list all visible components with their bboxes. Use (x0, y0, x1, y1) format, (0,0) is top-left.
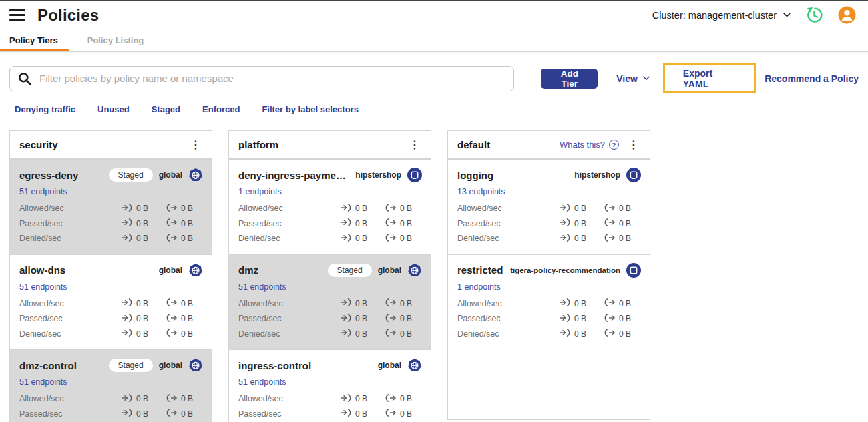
ingress-value: 0 B (355, 394, 367, 403)
add-tier-button[interactable]: Add Tier (541, 69, 598, 89)
metric-label: Allowed/sec (19, 299, 122, 308)
policy-scope-label: global (159, 170, 182, 180)
whats-this-link[interactable]: Whats this? ? (560, 140, 619, 150)
quick-filters: Denying traffic Unused Staged Enforced F… (15, 104, 868, 114)
filter-label-selectors[interactable]: Filter by label selectors (262, 104, 359, 114)
ingress-icon (560, 329, 571, 339)
ingress-icon (122, 234, 133, 244)
ingress-icon (341, 234, 352, 244)
ingress-icon (122, 314, 133, 324)
view-label: View (616, 73, 638, 84)
filter-staged[interactable]: Staged (152, 104, 180, 114)
tab-policy-listing[interactable]: Policy Listing (81, 29, 151, 51)
recommend-policy-button[interactable]: Recommend a Policy (765, 73, 859, 84)
export-yaml-button-highlighted[interactable]: Export YAML (663, 63, 756, 93)
egress-icon (385, 234, 397, 244)
ingress-value: 0 B (355, 219, 367, 228)
policy-card-restricted[interactable]: restricted tigera-policy-recommendation … (448, 254, 650, 350)
metric-label: Denied/sec (457, 329, 560, 339)
egress-icon (166, 314, 178, 324)
policy-name: allow-dns (19, 264, 65, 276)
tab-policy-listing-label: Policy Listing (87, 35, 144, 45)
policy-card-dmz[interactable]: dmz Staged global 51 endpoints Allowed/s… (229, 254, 431, 350)
ingress-value: 0 B (574, 299, 586, 308)
egress-icon (604, 329, 616, 339)
endpoints-link[interactable]: 13 endpoints (457, 187, 505, 196)
filter-denying-traffic[interactable]: Denying traffic (15, 104, 75, 114)
ingress-icon (122, 409, 133, 419)
global-scope-icon (407, 358, 422, 373)
staged-badge: Staged (328, 264, 372, 277)
egress-icon (385, 204, 397, 214)
egress-value: 0 B (400, 409, 412, 419)
metric-label: Passed/sec (238, 219, 341, 228)
policy-scope-label: global (378, 266, 401, 275)
view-dropdown-button[interactable]: View (616, 73, 650, 84)
egress-icon (604, 314, 616, 324)
endpoints-link[interactable]: 51 endpoints (238, 377, 286, 387)
egress-icon (166, 298, 178, 308)
endpoints-link[interactable]: 51 endpoints (19, 187, 67, 196)
policy-scope-label: tigera-policy-recommendation (510, 266, 620, 274)
tab-bar: Policy Tiers Policy Listing (0, 29, 868, 52)
hamburger-menu-icon[interactable] (9, 9, 25, 21)
ingress-icon (560, 218, 571, 228)
tier-name: platform (238, 139, 407, 150)
tab-policy-tiers-label: Policy Tiers (9, 35, 58, 45)
endpoints-link[interactable]: 1 endpoints (238, 187, 282, 196)
search-input[interactable] (9, 66, 514, 91)
user-avatar-icon[interactable] (838, 6, 856, 24)
metric-label: Allowed/sec (457, 299, 560, 308)
global-scope-icon (188, 168, 203, 182)
tier-name: default (457, 139, 560, 150)
search-icon (18, 72, 31, 88)
export-yaml-label: Export YAML (683, 68, 736, 89)
kebab-menu-icon[interactable]: ⋮ (626, 140, 642, 150)
policy-card-deny-ingress-paymentservice[interactable]: deny-ingress-paymentservi... hipstershop… (229, 159, 431, 254)
ingress-icon (341, 409, 352, 419)
policy-card-egress-deny[interactable]: egress-deny Staged global 51 endpoints A… (10, 159, 212, 254)
tier-security: security ⋮ egress-deny Staged global 51 … (9, 130, 212, 422)
egress-value: 0 B (181, 204, 193, 213)
chevron-down-icon (783, 13, 791, 17)
ingress-icon (341, 204, 352, 214)
kebab-menu-icon[interactable]: ⋮ (188, 140, 204, 150)
cluster-selector[interactable]: Cluster: management-cluster (652, 10, 791, 21)
egress-icon (166, 234, 178, 244)
egress-icon (166, 329, 178, 339)
history-icon[interactable] (805, 6, 823, 24)
egress-icon (385, 329, 397, 339)
namespace-scope-icon (626, 263, 641, 278)
policy-card-ingress-control[interactable]: ingress-control global 51 endpoints Allo… (229, 349, 431, 422)
cluster-label: Cluster: management-cluster (652, 10, 777, 21)
egress-value: 0 B (400, 394, 412, 403)
whats-this-label: Whats this? (560, 140, 605, 150)
ingress-value: 0 B (136, 234, 148, 243)
policy-name: dmz-control (19, 360, 77, 371)
tier-header: security ⋮ (10, 131, 212, 159)
filter-unused[interactable]: Unused (97, 104, 130, 114)
policy-card-logging[interactable]: logging hipstershop 13 endpoints Allowed… (448, 159, 650, 254)
egress-value: 0 B (619, 234, 631, 243)
egress-value: 0 B (619, 204, 631, 213)
egress-icon (604, 218, 616, 228)
ingress-value: 0 B (574, 204, 586, 213)
tier-platform: platform ⋮ deny-ingress-paymentservi... … (228, 130, 431, 422)
endpoints-link[interactable]: 51 endpoints (19, 282, 67, 292)
endpoints-link[interactable]: 51 endpoints (238, 282, 286, 292)
endpoints-link[interactable]: 51 endpoints (19, 377, 67, 387)
ingress-value: 0 B (355, 329, 367, 339)
kebab-menu-icon[interactable]: ⋮ (407, 140, 423, 150)
policy-scope-label: global (159, 361, 182, 370)
ingress-icon (560, 204, 571, 214)
endpoints-link[interactable]: 1 endpoints (457, 282, 501, 292)
policy-scope-label: global (378, 361, 401, 370)
policy-card-dmz-control[interactable]: dmz-control Staged global 51 endpoints A… (10, 349, 212, 422)
policy-card-allow-dns[interactable]: allow-dns global 51 endpoints Allowed/se… (10, 254, 212, 350)
filter-enforced[interactable]: Enforced (202, 104, 240, 114)
policy-search (9, 66, 514, 91)
policy-name: ingress-control (238, 360, 311, 371)
tab-policy-tiers[interactable]: Policy Tiers (0, 29, 69, 51)
egress-icon (385, 394, 397, 404)
ingress-value: 0 B (574, 329, 586, 339)
